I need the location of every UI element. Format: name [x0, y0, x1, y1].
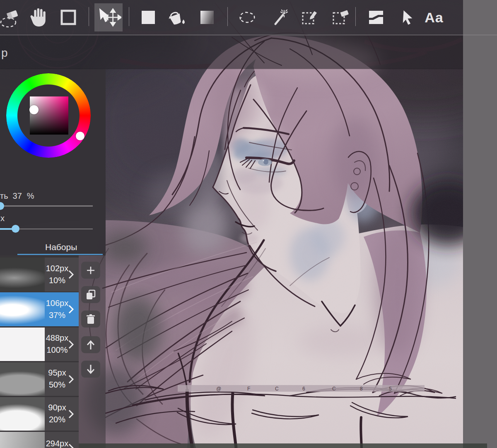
- bottom-bar: [79, 443, 487, 448]
- select-pen-tool[interactable]: [296, 3, 324, 31]
- size-label-fragment: х: [0, 214, 5, 223]
- chevron-right-icon: [68, 443, 74, 448]
- brush-opacity: 20%: [49, 414, 65, 426]
- chevron-right-icon: [68, 409, 74, 419]
- opacity-slider-track[interactable]: [0, 205, 93, 207]
- opacity-label-fragment: ть: [0, 191, 8, 200]
- brush-down-button[interactable]: [81, 361, 100, 378]
- brush-size: 90px: [48, 402, 66, 414]
- brush-size: 95px: [48, 367, 66, 379]
- brush-size: 294px: [46, 438, 69, 448]
- text-tool-label: Aa: [425, 10, 443, 26]
- hand-tool[interactable]: [24, 3, 52, 31]
- lasso-tool[interactable]: [233, 3, 261, 31]
- brush-size: 488px: [46, 332, 69, 344]
- ruler-char: 5: [389, 386, 392, 392]
- ruler-char: C: [275, 386, 279, 392]
- size-slider-handle[interactable]: [12, 225, 19, 233]
- select-eraser-tool[interactable]: [326, 3, 355, 31]
- chevron-right-icon: [68, 375, 74, 384]
- gradient-tool[interactable]: [193, 3, 221, 31]
- brush-row[interactable]: 294px: [0, 432, 79, 448]
- opacity-label: ть37%: [0, 191, 34, 201]
- rect-select-tool[interactable]: [54, 3, 82, 31]
- brush-preview: [0, 328, 45, 361]
- toolbar-divider: [129, 7, 129, 26]
- duplicate-icon: [85, 289, 96, 300]
- plus-icon: [86, 265, 96, 275]
- chevron-right-icon: [68, 340, 74, 349]
- opacity-value: 37: [13, 191, 22, 200]
- ruler-char: F: [247, 386, 250, 392]
- brush-row[interactable]: 488px100%: [0, 328, 79, 361]
- pointer-tool[interactable]: [394, 3, 422, 31]
- toolbar-divider: [89, 7, 89, 26]
- arrow-down-icon: [86, 364, 96, 375]
- brush-row-selected[interactable]: 106px37%: [0, 292, 79, 326]
- ruler-char: 8: [360, 386, 363, 392]
- saturation-value-square[interactable]: [30, 96, 68, 135]
- sv-handle[interactable]: [29, 105, 39, 114]
- toolbar-divider: [355, 7, 356, 26]
- size-slider-track[interactable]: [16, 229, 93, 230]
- brush-list: 102px10% 106px37% 488px100% 95px50% 90px…: [0, 255, 79, 448]
- add-brush-button[interactable]: [81, 262, 100, 279]
- opacity-unit: %: [27, 191, 34, 200]
- hue-handle[interactable]: [76, 132, 84, 140]
- brush-opacity: 37%: [49, 309, 65, 321]
- brush-size: 102px: [46, 263, 69, 275]
- bucket-tool[interactable]: [163, 3, 191, 31]
- brush-preview: [0, 292, 45, 326]
- brush-preview: [0, 397, 45, 431]
- brush-up-button[interactable]: [81, 336, 100, 353]
- workspace-gutter: [463, 0, 497, 448]
- tab-presets[interactable]: Наборы: [45, 242, 77, 252]
- size-label: х: [0, 214, 5, 223]
- ruler-char: 6: [302, 386, 305, 392]
- brush-preview: [0, 258, 45, 291]
- toolbar-divider: [227, 7, 228, 26]
- chevron-right-icon: [68, 270, 74, 279]
- brush-row[interactable]: 90px20%: [0, 397, 79, 431]
- magic-wand-tool[interactable]: [266, 3, 294, 31]
- tab-presets-underline: [17, 254, 103, 255]
- ruler-char: @: [216, 386, 221, 392]
- tool-options-label: р: [1, 46, 8, 60]
- brush-opacity: 100%: [46, 344, 68, 356]
- brush-opacity: 10%: [49, 275, 65, 287]
- app-window: @ F C 6 C 8 5: [0, 0, 497, 448]
- brush-preview: [0, 432, 45, 448]
- brush-opacity: 50%: [49, 379, 65, 391]
- text-tool[interactable]: Aa: [420, 3, 448, 31]
- split-canvas-tool[interactable]: [362, 3, 390, 31]
- ruler-char: C: [332, 386, 336, 392]
- brush-preview: [0, 362, 45, 396]
- tool-options-bar: [0, 35, 463, 69]
- top-toolbar: Aa: [0, 0, 463, 35]
- trash-icon: [86, 314, 96, 325]
- delete-brush-button[interactable]: [81, 311, 100, 328]
- duplicate-brush-button[interactable]: [81, 286, 100, 303]
- brush-row[interactable]: 102px10%: [0, 258, 79, 291]
- brush-size: 106px: [46, 297, 69, 309]
- deselect-eraser-tool[interactable]: [0, 3, 23, 31]
- chevron-right-icon: [68, 305, 74, 314]
- brush-row[interactable]: 95px50%: [0, 362, 79, 396]
- fill-rect-tool[interactable]: [134, 3, 162, 31]
- move-tool[interactable]: [94, 3, 123, 31]
- arrow-up-icon: [86, 340, 96, 350]
